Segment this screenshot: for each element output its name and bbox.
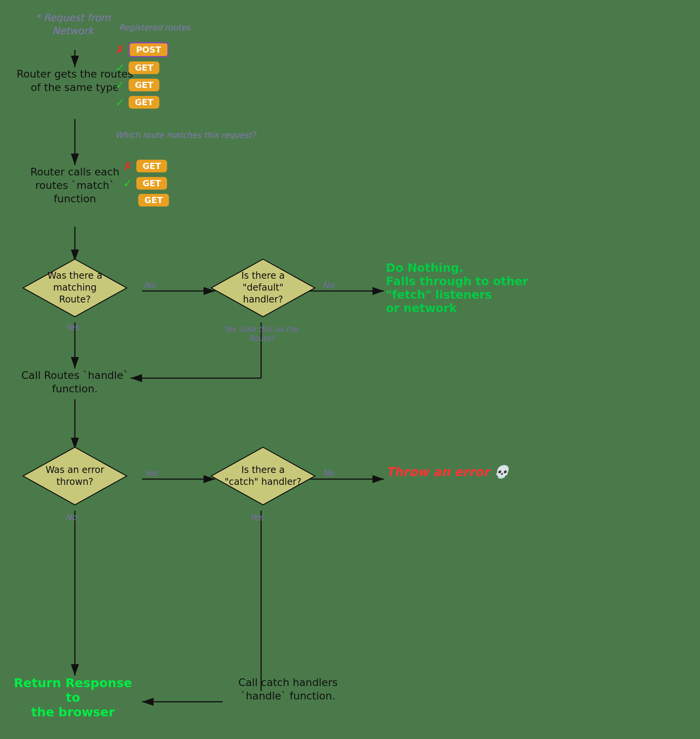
- default-handler-diamond: Is there a"default" handler?: [209, 257, 317, 319]
- yes-use-label: Yes (Use this as the Route): [211, 324, 311, 343]
- catch-handler-diamond: Is there a"catch" handler?: [209, 445, 317, 507]
- no-label-4: No: [323, 468, 334, 478]
- yes-label-1: Yes: [65, 322, 79, 332]
- yes-label-3: Yes: [250, 513, 263, 522]
- matching-route-diamond: Was there amatching Route?: [21, 257, 129, 319]
- registered-routes-label: Registered routes: [119, 23, 190, 32]
- error-thrown-diamond: Was an errorthrown?: [21, 445, 129, 507]
- request-from-network-label: * Request from Network: [23, 12, 123, 38]
- diagram-container: * Request from Network Router gets the r…: [0, 0, 700, 739]
- post-badge: POST: [129, 42, 169, 57]
- get2-badge: GET: [129, 79, 159, 91]
- which-route-label: Which route matches this request?: [115, 131, 256, 140]
- get2-check: ✓: [115, 78, 125, 92]
- yes-label-2: Yes: [144, 468, 158, 478]
- no-label-1: No: [144, 280, 156, 290]
- match-get3-badge: GET: [138, 194, 169, 207]
- get1-check: ✓: [115, 61, 125, 74]
- do-nothing-text: Do Nothing.Falls through to other"fetch"…: [386, 261, 532, 315]
- throw-error-text: Throw an error 💀: [386, 465, 509, 479]
- get3-check: ✓: [115, 96, 125, 109]
- return-response-text: Return Response tothe browser: [12, 676, 134, 719]
- call-catch-handlers: Call catch handlers`handle` function.: [223, 676, 353, 703]
- router-calls-match: Router calls eachroutes `match`function: [12, 165, 138, 205]
- call-routes-handle: Call Routes `handle`function.: [12, 369, 138, 395]
- match-get2-badge: GET: [136, 177, 167, 190]
- get1-badge: GET: [129, 61, 159, 74]
- get3-badge: GET: [129, 96, 159, 109]
- registered-routes-group: ✗ POST ✓ GET ✓ GET ✓ GET: [115, 42, 169, 109]
- no-label-3: No: [65, 513, 77, 522]
- match-get1-badge: GET: [136, 160, 167, 172]
- no-label-2: No: [323, 280, 334, 290]
- post-x-mark: ✗: [115, 43, 125, 56]
